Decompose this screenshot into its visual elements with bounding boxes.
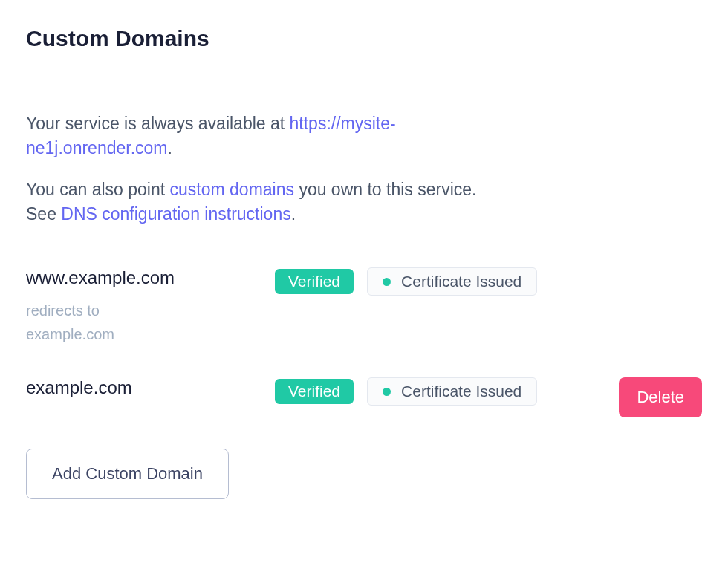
verified-badge: Verified — [275, 379, 354, 404]
status-dot-icon — [383, 278, 391, 286]
domain-badges: Verified Certificate Issued — [275, 377, 537, 406]
text-segment: Your service is always available at — [26, 114, 290, 133]
domain-info: www.example.com redirects to example.com — [26, 267, 275, 346]
domain-row: example.com Verified Certificate Issued … — [26, 377, 702, 417]
dns-instructions-link[interactable]: DNS configuration instructions — [61, 204, 290, 224]
certificate-label: Certificate Issued — [401, 273, 521, 290]
text-segment: . — [168, 138, 172, 157]
domain-info: example.com — [26, 377, 275, 409]
domain-name: www.example.com — [26, 267, 275, 288]
certificate-label: Certificate Issued — [401, 383, 521, 400]
description-block: Your service is always available at http… — [26, 111, 501, 227]
service-url-text: Your service is always available at http… — [26, 111, 501, 161]
redirect-label: redirects to — [26, 299, 275, 322]
custom-domains-link[interactable]: custom domains — [170, 180, 294, 199]
domain-row: www.example.com redirects to example.com… — [26, 267, 702, 346]
certificate-badge: Certificate Issued — [367, 267, 537, 296]
redirect-target: example.com — [26, 322, 275, 346]
section-title: Custom Domains — [26, 26, 702, 51]
verified-badge: Verified — [275, 269, 354, 294]
section-divider — [26, 74, 702, 74]
domain-name: example.com — [26, 377, 275, 398]
domain-badges: Verified Certificate Issued — [275, 267, 537, 296]
delete-button[interactable]: Delete — [619, 377, 702, 417]
text-segment: . — [291, 204, 296, 224]
text-segment: You can also point — [26, 180, 170, 199]
status-dot-icon — [383, 388, 391, 396]
custom-domains-text: You can also point custom domains you ow… — [26, 178, 501, 227]
certificate-badge: Certificate Issued — [367, 377, 537, 406]
add-custom-domain-button[interactable]: Add Custom Domain — [26, 449, 229, 499]
